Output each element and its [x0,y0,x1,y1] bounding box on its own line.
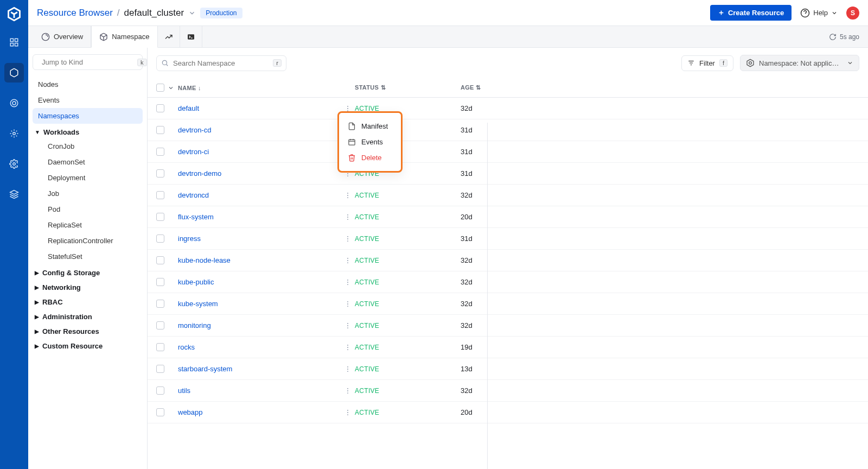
namespace-name-link[interactable]: devtron-cd [178,126,211,134]
sidebar-group-networking[interactable]: ▶Networking [33,279,143,294]
create-resource-button[interactable]: Create Resource [710,5,792,21]
table-row: devtron-cd31d [148,119,868,141]
svg-point-41 [347,195,348,196]
nav-layers-icon[interactable] [4,185,24,204]
namespace-name-link[interactable]: flux-system [178,213,214,221]
row-checkbox[interactable] [156,213,164,221]
nav-dashboard-icon[interactable] [4,33,24,52]
namespace-name-link[interactable]: utils [178,386,190,395]
row-checkbox[interactable] [156,256,164,264]
col-status-header[interactable]: STATUS [355,84,379,91]
chevron-down-icon[interactable] [188,9,196,17]
row-checkbox[interactable] [156,343,164,351]
sidebar-sub-replicaset[interactable]: ReplicaSet [33,217,143,233]
row-menu-button[interactable] [341,192,355,199]
namespace-name-link[interactable]: devtroncd [178,191,209,199]
row-menu-button[interactable] [341,300,355,308]
svg-point-40 [347,192,348,193]
row-menu-button[interactable] [341,257,355,264]
sidebar-sub-cronjob[interactable]: CronJob [33,138,143,154]
row-menu-button[interactable] [341,409,355,416]
sidebar-group-custom[interactable]: ▶Custom Resource [33,338,143,352]
menu-item-manifest[interactable]: Manifest [342,118,398,134]
row-checkbox[interactable] [156,278,164,286]
row-checkbox[interactable] [156,365,164,373]
search-input[interactable] [173,59,269,67]
sidebar-group-config-storage[interactable]: ▶Config & Storage [33,264,143,279]
table-row: starboard-systemACTIVE13d [148,358,868,380]
tab-chart-icon[interactable] [158,26,180,47]
sidebar-group-administration[interactable]: ▶Administration [33,308,143,323]
search-namespace[interactable]: r [156,55,286,71]
col-name-header[interactable]: NAME [178,85,196,91]
namespace-name-link[interactable]: default [178,104,199,112]
row-menu-button[interactable] [341,235,355,243]
breadcrumb-separator: / [117,8,120,18]
breadcrumb-root-link[interactable]: Resource Browser [37,8,113,18]
tab-terminal-icon[interactable] [180,26,202,47]
namespace-name-link[interactable]: ingress [178,234,201,243]
sidebar-sub-pod[interactable]: Pod [33,201,143,217]
namespace-name-link[interactable]: kube-system [178,300,218,308]
tab-namespace[interactable]: Namespace [91,26,157,48]
row-checkbox[interactable] [156,126,164,134]
tab-overview[interactable]: Overview [34,26,91,47]
refresh-icon [829,33,837,41]
chevron-down-icon[interactable] [168,85,174,91]
row-checkbox[interactable] [156,148,164,156]
sidebar-sub-statefulset[interactable]: StatefulSet [33,249,143,264]
filter-button[interactable]: Filter f [681,55,733,71]
namespace-name-link[interactable]: starboard-system [178,365,232,373]
namespace-name-link[interactable]: rocks [178,343,195,351]
row-menu-button[interactable] [341,322,355,329]
sidebar-sub-daemonset[interactable]: DaemonSet [33,154,143,170]
row-checkbox[interactable] [156,386,164,395]
svg-point-8 [13,132,16,135]
row-checkbox[interactable] [156,104,164,112]
row-checkbox[interactable] [156,191,164,199]
sidebar-sub-job[interactable]: Job [33,186,143,201]
namespace-name-link[interactable]: monitoring [178,321,211,329]
namespace-name-link[interactable]: devtron-demo [178,169,221,178]
row-checkbox[interactable] [156,300,164,308]
sidebar-group-workloads[interactable]: ▼Workloads [33,124,143,138]
row-menu-button[interactable] [341,278,355,286]
caret-down-icon: ▼ [35,129,40,135]
namespace-selector[interactable]: Namespace: Not applicable [740,55,859,71]
nav-resource-browser-icon[interactable] [4,63,24,83]
table-row: flux-systemACTIVE20d [148,206,868,228]
namespace-name-link[interactable]: kube-node-lease [178,256,231,264]
user-avatar[interactable]: S [846,7,859,20]
status-badge: ACTIVE [355,409,379,416]
caret-right-icon: ▶ [35,284,39,290]
row-checkbox[interactable] [156,169,164,178]
row-menu-button[interactable] [341,344,355,351]
sidebar-group-other[interactable]: ▶Other Resources [33,323,143,338]
row-menu-button[interactable] [341,365,355,373]
menu-item-events[interactable]: Events [342,134,398,150]
nav-settings-icon[interactable] [4,154,24,174]
row-checkbox[interactable] [156,321,164,329]
nav-cluster-icon[interactable] [4,124,24,143]
row-checkbox[interactable] [156,234,164,243]
select-all-checkbox[interactable] [156,84,164,92]
sidebar-item-namespaces[interactable]: Namespaces [33,108,143,124]
row-menu-button[interactable] [341,213,355,221]
sidebar-sub-replicationcontroller[interactable]: ReplicationController [33,233,143,249]
sidebar-group-rbac[interactable]: ▶RBAC [33,294,143,308]
menu-item-delete[interactable]: Delete [342,150,398,166]
jump-to-kind[interactable]: k [33,54,143,70]
sidebar-sub-deployment[interactable]: Deployment [33,170,143,186]
nav-target-icon[interactable] [4,93,24,113]
col-age-header[interactable]: AGE [461,84,474,91]
help-menu[interactable]: Help [800,8,838,18]
row-menu-button[interactable] [341,387,355,395]
namespace-name-link[interactable]: webapp [178,408,203,416]
refresh-status[interactable]: 5s ago [820,26,868,47]
namespace-name-link[interactable]: devtron-ci [178,148,209,156]
sidebar-item-events[interactable]: Events [33,92,143,108]
namespace-name-link[interactable]: kube-public [178,278,214,286]
jump-input[interactable] [42,58,133,66]
sidebar-item-nodes[interactable]: Nodes [33,77,143,92]
row-checkbox[interactable] [156,408,164,416]
